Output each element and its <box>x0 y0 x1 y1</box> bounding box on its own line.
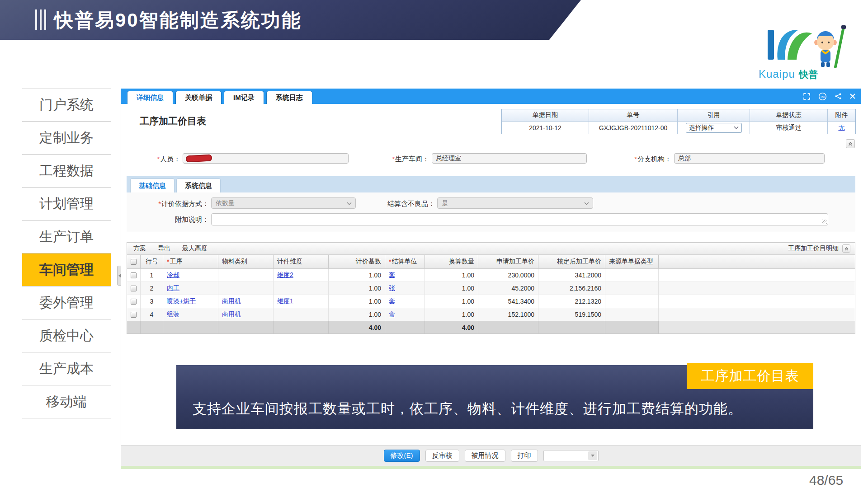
subtab[interactable]: 系统信息 <box>176 178 221 192</box>
toolbar-right: 工序加工价目明细 <box>788 244 850 253</box>
sidebar-item[interactable]: 工程数据 <box>22 155 111 188</box>
total-approved <box>538 321 605 333</box>
footer-dropdown[interactable] <box>543 450 599 461</box>
pricing-basis-select[interactable]: 依数量 <box>211 197 356 209</box>
unit-link[interactable]: 盒 <box>389 310 395 319</box>
cell-dimension: 维度1 <box>274 295 329 308</box>
window-tabs: 详细信息关联单据IM记录系统日志 <box>127 91 315 104</box>
pricing-basis-label: *计价依据方式： <box>121 200 209 208</box>
doc-info-header: 附件 <box>827 109 855 122</box>
reference-select[interactable]: 选择操作 <box>686 123 742 133</box>
footer-button[interactable]: 被用情况 <box>465 450 505 462</box>
grid-header-row: 行号*工序物料类别计件维度计价基数*结算单位换算数量申请加工单价核定后加工单价来… <box>127 255 855 269</box>
total-base: 4.00 <box>329 321 385 333</box>
kuaipu-logo-icon <box>755 25 853 69</box>
detail-panel: 方案导出最大高度 工序加工价目明细 行号*工序物料类别计件维度计价基数*结算单位… <box>127 242 855 334</box>
app-window: 详细信息关联单据IM记录系统日志 IM 工序加工价目表 单据日期单号引用单据状态… <box>121 89 861 469</box>
process-link[interactable]: 喷漆+烘干 <box>167 297 196 305</box>
cell-base: 1.00 <box>329 308 385 321</box>
include-defective-select[interactable]: 是 <box>437 197 593 209</box>
select-all-checkbox[interactable] <box>131 259 137 265</box>
note-label: 附加说明： <box>121 216 209 224</box>
sidebar-item[interactable]: 定制业务 <box>22 122 111 155</box>
process-link[interactable]: 组装 <box>167 310 179 319</box>
cell-source <box>605 282 659 295</box>
column-header-label: 工序 <box>170 258 182 266</box>
cell-qty: 1.00 <box>425 308 478 321</box>
process-link[interactable]: 冷却 <box>167 271 179 279</box>
fullscreen-icon[interactable] <box>803 93 811 100</box>
sidebar-item[interactable]: 车间管理 <box>22 253 111 286</box>
attachment-link[interactable]: 无 <box>839 124 845 132</box>
window-tab[interactable]: IM记录 <box>224 91 264 104</box>
cell-process: 喷漆+烘干 <box>163 295 218 308</box>
column-header-label: 申请加工单价 <box>496 258 534 266</box>
window-tab[interactable]: 关联单据 <box>175 91 222 104</box>
toolbar-item[interactable]: 导出 <box>158 244 170 253</box>
required-mark: * <box>167 258 169 265</box>
sidebar-item[interactable]: 门户系统 <box>22 89 111 122</box>
cell-base: 1.00 <box>329 282 385 295</box>
sidebar-item[interactable]: 生产成本 <box>22 352 111 385</box>
cell-applied: 230.0000 <box>478 269 538 282</box>
row-checkbox[interactable] <box>131 312 137 318</box>
kuaipu-logo: Kuaipu 快普 <box>755 25 853 84</box>
window-tab[interactable]: 详细信息 <box>127 91 173 104</box>
row-checkbox[interactable] <box>131 299 137 305</box>
branch-input[interactable]: 总部 <box>674 153 825 164</box>
description-text: 支持企业车间按报工数量或工时，依工序、物料、计件维度、进行加工费结算的功能。 <box>193 399 742 418</box>
collapse-header-button[interactable] <box>846 139 855 148</box>
panel-collapse-tab[interactable] <box>117 266 121 286</box>
footer-bar: 修改(E)反审核被用情况打印 <box>121 445 861 466</box>
row-checkbox[interactable] <box>131 272 137 278</box>
material-link[interactable]: 商用机 <box>222 310 241 319</box>
sidebar-item[interactable]: 计划管理 <box>22 188 111 221</box>
total-process <box>163 321 218 333</box>
im-icon[interactable]: IM <box>818 92 827 101</box>
sidebar-item[interactable]: 质检中心 <box>22 319 111 352</box>
doc-info-table: 单据日期单号引用单据状态附件2021-10-12GXJGJGB-20211012… <box>501 109 856 134</box>
footer-button[interactable]: 修改(E) <box>384 450 420 462</box>
total-checkbox-cell <box>127 321 141 333</box>
unit-link[interactable]: 张 <box>389 284 395 292</box>
footer-green-strip <box>121 466 861 469</box>
sidebar-item[interactable]: 生产订单 <box>22 221 111 253</box>
panel-title: 工序加工价目明细 <box>788 244 839 253</box>
cell-applied: 45.2000 <box>478 282 538 295</box>
share-icon[interactable] <box>835 93 842 100</box>
doc-info-header: 单据状态 <box>750 109 827 122</box>
total-applied <box>478 321 538 333</box>
cell-approved: 2,156.2160 <box>538 282 605 295</box>
note-input[interactable] <box>211 213 828 225</box>
footer-button[interactable]: 反审核 <box>425 450 459 462</box>
process-link[interactable]: 内工 <box>167 284 179 292</box>
resize-grip[interactable] <box>822 220 827 224</box>
sidebar-item[interactable]: 移动端 <box>22 385 111 418</box>
column-header-label: 来源单单据类型 <box>609 258 653 266</box>
collapse-detail-button[interactable] <box>842 244 850 253</box>
subtab[interactable]: 基础信息 <box>130 178 175 192</box>
row-checkbox[interactable] <box>131 286 137 291</box>
cell-process: 组装 <box>163 308 218 321</box>
window-tab[interactable]: 系统日志 <box>266 91 312 104</box>
footer-button[interactable]: 打印 <box>511 450 538 462</box>
cell-source <box>605 308 659 321</box>
toolbar-item[interactable]: 方案 <box>133 244 146 253</box>
person-input[interactable] <box>183 153 349 164</box>
close-icon[interactable] <box>849 93 856 99</box>
unit-link[interactable]: 套 <box>389 271 395 279</box>
sidebar-item[interactable]: 委外管理 <box>22 286 111 319</box>
material-link[interactable]: 商用机 <box>222 297 241 305</box>
toolbar-item[interactable]: 最大高度 <box>182 244 208 253</box>
dimension-link[interactable]: 维度1 <box>277 297 293 305</box>
workshop-input[interactable]: 总经理室 <box>432 153 587 164</box>
slide: 快普易90智能制造系统功能 Kuaipu 快普 门户系统定制业务工程数据计划管理… <box>0 0 868 488</box>
unit-link[interactable]: 套 <box>389 297 395 305</box>
window-controls: IM <box>803 89 856 104</box>
doc-info-value: 审核通过 <box>750 122 827 134</box>
required-mark: * <box>389 258 391 265</box>
dimension-link[interactable]: 维度2 <box>277 271 293 279</box>
column-header: 申请加工单价 <box>478 255 538 268</box>
row-filler <box>659 269 855 282</box>
total-no <box>141 321 163 333</box>
